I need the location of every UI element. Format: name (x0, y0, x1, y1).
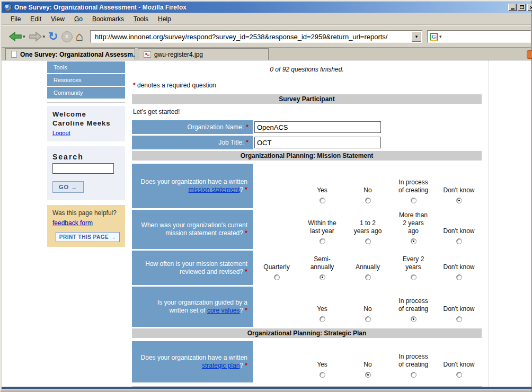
question-text: Does your organization have a written st… (137, 354, 247, 370)
sidebar-item-resources[interactable]: Resources (47, 74, 125, 86)
radio-don-t-know[interactable] (456, 198, 462, 203)
welcome-box: Welcome Caroline Meeks Logout (47, 106, 125, 141)
menu-go[interactable]: Go (69, 14, 87, 24)
radio-quarterly[interactable] (274, 274, 280, 280)
menu-view[interactable]: View (46, 14, 69, 24)
tab-overflow-button[interactable] (527, 50, 532, 59)
question-text: How often is your mission statement revi… (137, 260, 247, 276)
question-label: How often is your mission statement revi… (132, 251, 253, 285)
search-engine-dropdown-icon[interactable]: ▾ (439, 34, 442, 39)
question-text: When was your organization's current mis… (137, 221, 247, 237)
sidebar-search: Search GO → (47, 146, 125, 200)
required-note-text: denotes a required question (136, 82, 216, 89)
option-no: No (345, 341, 391, 378)
back-button[interactable]: ▾ (7, 28, 27, 45)
question-row: When was your organization's current mis… (132, 210, 482, 249)
radio-every-2-years[interactable] (411, 274, 416, 280)
window-title: One Survey: Organizational Assessment - … (14, 4, 508, 11)
address-dropdown-button[interactable]: ▾ (412, 31, 421, 42)
tab-survey-label: One Survey: Organizational Assessm... (20, 51, 135, 58)
tab-image[interactable]: gwu-register4.jpg (138, 48, 269, 60)
feedback-form-link[interactable]: feedback form (52, 219, 93, 227)
stop-button[interactable]: × (60, 28, 74, 45)
sidebar: ToolsResourcesCommunity Welcome Caroline… (47, 61, 125, 247)
search-engine-bar[interactable]: G ▾ (427, 30, 531, 43)
radio-no[interactable] (365, 198, 371, 203)
menu-bookmarks[interactable]: Bookmarks (87, 14, 129, 24)
close-button[interactable]: × (527, 4, 532, 11)
option-quarterly: Quarterly (254, 251, 299, 280)
menu-bar: FileEditViewGoBookmarksToolsHelp (2, 13, 531, 25)
required-asterisk: * (245, 229, 247, 237)
back-dropdown-icon[interactable]: ▾ (23, 34, 25, 39)
menu-edit[interactable]: Edit (25, 14, 46, 24)
radio-semi-annually[interactable] (320, 274, 325, 280)
option-label: Don't know (444, 227, 475, 235)
minimize-icon (511, 8, 515, 10)
organization-name-input[interactable] (254, 121, 381, 133)
option-label: Semi-annually (306, 255, 339, 271)
radio-yes[interactable] (320, 316, 325, 322)
option-label: Every 2 years (397, 255, 430, 271)
radio-no[interactable] (365, 372, 371, 378)
close-icon: × (530, 5, 532, 10)
radio-within-the-last-year[interactable] (320, 238, 325, 244)
radio-don-t-know[interactable] (456, 372, 462, 378)
field-row-organization-name: Organization Name:* (132, 120, 482, 134)
sidebar-nav: ToolsResourcesCommunity (47, 61, 125, 99)
tab-survey[interactable]: One Survey: Organizational Assessm... (5, 48, 135, 60)
option-label: No (363, 361, 371, 369)
section-header-mission: Organizational Planning: Mission Stateme… (132, 151, 482, 161)
logout-link[interactable]: Logout (52, 130, 70, 136)
core-values-link[interactable]: core values (207, 307, 240, 314)
minimize-button[interactable] (508, 4, 517, 11)
option-don-t-know: Don't know (436, 210, 482, 244)
radio-yes[interactable] (320, 198, 325, 203)
radio-in-process-of-creating[interactable] (411, 316, 416, 322)
radio-yes[interactable] (320, 372, 325, 378)
job-title-input[interactable] (254, 137, 381, 148)
option-don-t-know: Don't know (436, 341, 482, 378)
radio-in-process-of-creating[interactable] (411, 372, 416, 378)
google-icon: G (430, 33, 438, 41)
radio-no[interactable] (365, 316, 371, 322)
menu-help[interactable]: Help (153, 14, 176, 24)
stop-icon: × (61, 31, 73, 42)
home-button[interactable]: ⌂ (74, 28, 85, 45)
option-in-process-of-creating: In process of creating (391, 341, 436, 378)
radio-don-t-know[interactable] (456, 238, 462, 244)
go-button[interactable]: GO → (52, 181, 84, 193)
radio-in-process-of-creating[interactable] (411, 198, 416, 203)
reload-button[interactable]: ↻ (47, 28, 59, 45)
maximize-button[interactable] (518, 4, 526, 11)
option-label: Don't know (444, 263, 475, 271)
search-input[interactable] (52, 163, 114, 174)
radio-1-to-2-years-ago[interactable] (365, 238, 371, 244)
firefox-icon (4, 3, 12, 11)
browser-window: One Survey: Organizational Assessment - … (0, 0, 532, 392)
sidebar-item-community[interactable]: Community (47, 87, 125, 99)
tab-bar: One Survey: Organizational Assessm... gw… (2, 48, 531, 60)
radio-annually[interactable] (365, 274, 371, 280)
question-options: YesNoIn process of creatingDon't know (254, 341, 482, 382)
radio-more-than-2-years-ago[interactable] (411, 238, 416, 244)
option-label: Yes (317, 361, 327, 369)
sidebar-divider (47, 102, 125, 103)
url-text[interactable]: http://www.innonet.org/survey/respond?su… (91, 33, 412, 41)
required-asterisk: * (245, 362, 247, 369)
strategic-plan-link[interactable]: strategic plan (202, 362, 240, 369)
menu-tools[interactable]: Tools (129, 14, 153, 24)
option-annually: Annually (345, 251, 391, 280)
print-page-button[interactable]: PRINT THIS PAGE → (56, 232, 120, 242)
forward-button[interactable]: ▾ (27, 28, 47, 45)
sidebar-item-tools[interactable]: Tools (47, 61, 125, 73)
option-don-t-know: Don't know (436, 287, 482, 322)
radio-don-t-know[interactable] (456, 316, 462, 322)
address-bar[interactable]: http://www.innonet.org/survey/respond?su… (90, 30, 422, 43)
menu-file[interactable]: File (6, 14, 25, 24)
home-icon: ⌂ (76, 30, 84, 43)
forward-dropdown-icon[interactable]: ▾ (43, 34, 46, 39)
radio-don-t-know[interactable] (456, 274, 462, 280)
mission-statement-link[interactable]: mission statement (189, 186, 240, 193)
option-label: Don't know (444, 361, 475, 369)
